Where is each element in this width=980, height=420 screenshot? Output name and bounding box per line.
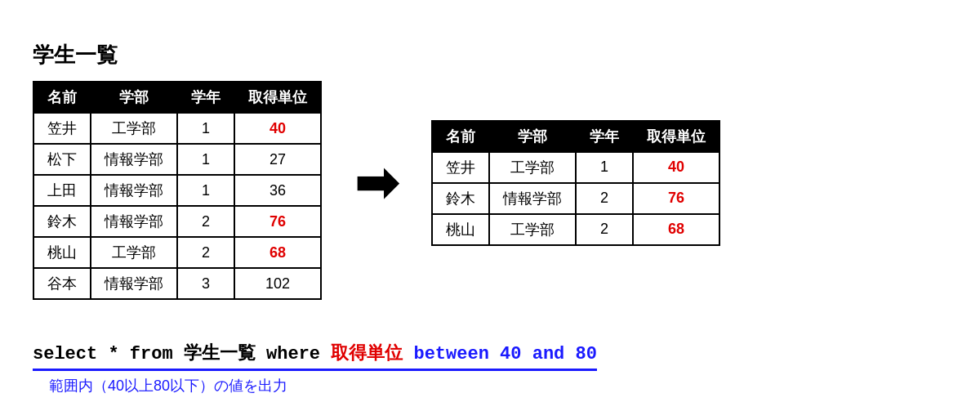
sql-between-clause: between 40 and 80: [403, 344, 597, 364]
cell-year: 1: [177, 113, 234, 144]
right-col-name: 名前: [432, 121, 489, 152]
table-row: 谷本 情報学部 3 102: [33, 268, 321, 299]
cell-dept: 工学部: [489, 214, 576, 245]
cell-dept: 情報学部: [91, 144, 177, 175]
cell-name: 上田: [33, 175, 91, 206]
right-table-header-row: 名前 学部 学年 取得単位: [432, 121, 719, 152]
cell-units: 36: [234, 175, 321, 206]
cell-dept: 情報学部: [91, 175, 177, 206]
cell-units: 68: [234, 237, 321, 268]
cell-units: 40: [633, 152, 719, 183]
cell-units: 68: [633, 214, 719, 245]
cell-year: 3: [177, 268, 234, 299]
bottom-section: select * from 学生一覧 where 取得単位 between 40…: [33, 341, 947, 404]
cell-dept: 情報学部: [91, 206, 177, 237]
cell-dept: 情報学部: [91, 268, 177, 299]
table-row: 鈴木 情報学部 2 76: [33, 206, 321, 237]
right-col-dept: 学部: [489, 121, 576, 152]
left-col-name: 名前: [33, 82, 91, 113]
top-section: 学生一覧 名前 学部 学年 取得単位 笠井 工学部 1 40 松下 情報学部 1…: [33, 16, 947, 324]
table-row: 笠井 工学部 1 40: [432, 152, 719, 183]
cell-year: 1: [576, 152, 633, 183]
cell-name: 桃山: [33, 237, 91, 268]
cell-year: 1: [177, 144, 234, 175]
sql-column-name: 取得単位: [331, 341, 403, 365]
cell-name: 谷本: [33, 268, 91, 299]
table-row: 桃山 工学部 2 68: [33, 237, 321, 268]
right-table: 名前 学部 学年 取得単位 笠井 工学部 1 40 鈴木 情報学部 2 76 桃…: [431, 120, 720, 246]
table-row: 鈴木 情報学部 2 76: [432, 183, 719, 214]
right-col-units: 取得単位: [633, 121, 719, 152]
cell-dept: 工学部: [489, 152, 576, 183]
sql-part1: select * from 学生一覧 where: [33, 341, 331, 365]
cell-year: 1: [177, 175, 234, 206]
table-row: 桃山 工学部 2 68: [432, 214, 719, 245]
cell-name: 桃山: [432, 214, 489, 245]
sql-query-line: select * from 学生一覧 where 取得単位 between 40…: [33, 341, 597, 371]
left-col-year: 学年: [177, 82, 234, 113]
cell-year: 2: [576, 183, 633, 214]
cell-year: 2: [576, 214, 633, 245]
right-col-year: 学年: [576, 121, 633, 152]
page-title: 学生一覧: [33, 41, 322, 69]
cell-units: 40: [234, 113, 321, 144]
arrow-icon: ➡: [354, 153, 399, 213]
cell-units: 27: [234, 144, 321, 175]
left-side: 学生一覧 名前 学部 学年 取得単位 笠井 工学部 1 40 松下 情報学部 1…: [33, 41, 322, 300]
cell-units: 76: [234, 206, 321, 237]
sql-note: 範囲内（40以上80以下）の値を出力: [49, 376, 947, 395]
cell-name: 松下: [33, 144, 91, 175]
left-table-header-row: 名前 学部 学年 取得単位: [33, 82, 321, 113]
cell-name: 笠井: [432, 152, 489, 183]
cell-name: 鈴木: [33, 206, 91, 237]
left-col-dept: 学部: [91, 82, 177, 113]
table-row: 笠井 工学部 1 40: [33, 113, 321, 144]
cell-dept: 情報学部: [489, 183, 576, 214]
cell-dept: 工学部: [91, 237, 177, 268]
cell-units: 102: [234, 268, 321, 299]
right-table-wrapper: 名前 学部 学年 取得単位 笠井 工学部 1 40 鈴木 情報学部 2 76 桃…: [431, 120, 720, 246]
cell-dept: 工学部: [91, 113, 177, 144]
cell-year: 2: [177, 237, 234, 268]
cell-year: 2: [177, 206, 234, 237]
table-row: 上田 情報学部 1 36: [33, 175, 321, 206]
table-row: 松下 情報学部 1 27: [33, 144, 321, 175]
cell-units: 76: [633, 183, 719, 214]
cell-name: 笠井: [33, 113, 91, 144]
cell-name: 鈴木: [432, 183, 489, 214]
left-table: 名前 学部 学年 取得単位 笠井 工学部 1 40 松下 情報学部 1 27 上…: [33, 81, 322, 300]
left-col-units: 取得単位: [234, 82, 321, 113]
